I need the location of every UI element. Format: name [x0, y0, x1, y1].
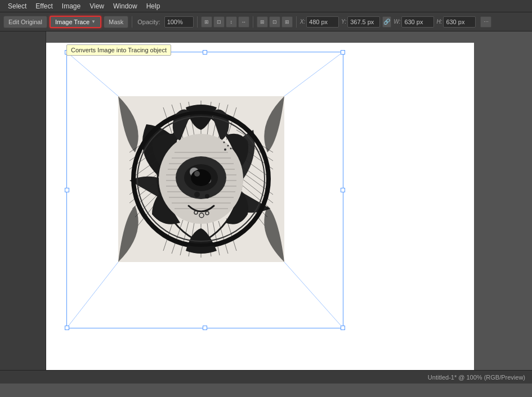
x-label: X:	[300, 19, 305, 25]
handle-bottom-right[interactable]	[341, 326, 345, 330]
y-input[interactable]	[347, 16, 380, 28]
h-label: H:	[436, 19, 442, 25]
x-field: X:	[300, 16, 339, 28]
svg-point-68	[223, 142, 225, 143]
separator-4	[296, 16, 297, 28]
expand-icon[interactable]: ⊞	[281, 16, 293, 28]
canvas-area: Untitled-1* @ 100% (RGB/Preview)	[0, 31, 532, 384]
mask-button[interactable]: Mask	[104, 16, 128, 28]
svg-point-63	[205, 194, 209, 198]
w-field: W:	[394, 16, 434, 28]
edit-original-button[interactable]: Edit Original	[3, 16, 47, 28]
image-trace-button[interactable]: Image Trace ▼	[50, 16, 101, 28]
toolbar: Edit Original Image Trace ▼ Mask Opacity…	[0, 12, 532, 31]
w-label: W:	[394, 19, 400, 25]
artboard	[46, 43, 474, 378]
align-icon-2[interactable]: ⊡	[269, 16, 280, 28]
handle-bottom-center[interactable]	[203, 326, 207, 330]
tooltip-text: Converts Image into Tracing object	[71, 47, 167, 53]
image-trace-label: Image Trace	[55, 19, 90, 25]
svg-point-66	[227, 145, 229, 147]
menu-window[interactable]: Window	[109, 1, 142, 11]
svg-line-2	[66, 262, 118, 328]
handle-middle-right[interactable]	[341, 188, 345, 192]
left-tool-panel	[0, 31, 46, 384]
handle-bottom-left[interactable]	[65, 326, 69, 330]
menu-select[interactable]: Select	[3, 1, 31, 11]
handle-middle-left[interactable]	[65, 188, 69, 192]
menu-effect[interactable]: Effect	[31, 1, 57, 11]
document-title: Untitled-1* @ 100% (RGB/Preview)	[428, 374, 525, 381]
align-icon-1[interactable]: ⊞	[257, 16, 268, 28]
w-input[interactable]	[401, 16, 434, 28]
menu-view[interactable]: View	[85, 1, 109, 11]
svg-point-60	[191, 169, 211, 186]
separator-3	[253, 16, 253, 28]
svg-line-0	[66, 52, 118, 96]
y-label: Y:	[341, 19, 346, 25]
artwork-svg	[118, 96, 284, 262]
transform-icons: ⊞ ⊡ ↕ ↔	[201, 16, 249, 28]
image-trace-chevron: ▼	[91, 19, 96, 24]
separator-1	[132, 16, 132, 28]
svg-point-64	[201, 191, 204, 195]
more-options-icon[interactable]: ⋯	[480, 16, 491, 28]
handle-top-center[interactable]	[203, 50, 207, 55]
opacity-input[interactable]	[164, 16, 194, 28]
x-input[interactable]	[306, 16, 339, 28]
transform-icon-4[interactable]: ↔	[238, 16, 249, 28]
menu-image[interactable]: Image	[57, 1, 85, 11]
transform-icon-1[interactable]: ⊞	[201, 16, 212, 28]
svg-point-65	[224, 148, 226, 151]
h-field: H:	[436, 16, 476, 28]
transform-icon-3[interactable]: ↕	[226, 16, 237, 28]
menu-bar: Select Effect Image View Window Help	[0, 0, 532, 12]
separator-2	[197, 16, 198, 28]
menu-help[interactable]: Help	[142, 1, 165, 11]
trace-image	[118, 96, 284, 262]
svg-point-62	[194, 192, 200, 197]
opacity-label: Opacity:	[136, 19, 162, 25]
align-icons: ⊞ ⊡ ⊞	[257, 16, 293, 28]
transform-icon-2[interactable]: ⊡	[213, 16, 225, 28]
link-icon[interactable]: 🔗	[382, 16, 391, 28]
y-field: Y:	[341, 16, 380, 28]
svg-point-67	[230, 148, 232, 150]
h-input[interactable]	[443, 16, 476, 28]
status-bar: Untitled-1* @ 100% (RGB/Preview)	[0, 370, 532, 384]
svg-line-3	[284, 262, 343, 328]
svg-line-1	[284, 52, 343, 96]
handle-top-right[interactable]	[341, 50, 345, 55]
svg-point-61	[194, 171, 200, 177]
image-trace-tooltip: Converts Image into Tracing object	[66, 44, 171, 56]
